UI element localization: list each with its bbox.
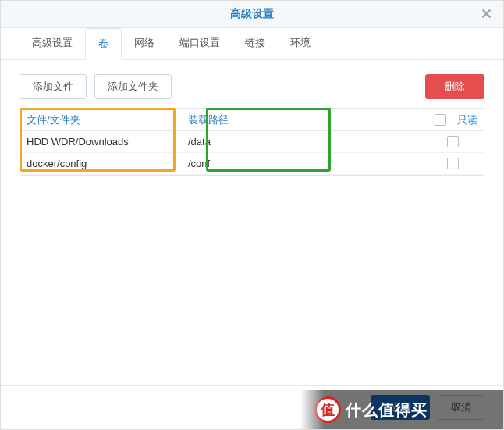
tab-network[interactable]: 网络 <box>122 28 167 60</box>
cell-readonly <box>421 155 484 172</box>
cell-mount: /data <box>182 133 312 151</box>
tab-env[interactable]: 环境 <box>278 28 323 60</box>
tab-volume[interactable]: 卷 <box>85 28 122 60</box>
tab-label: 网络 <box>134 37 154 48</box>
volume-table: 文件/文件夹 装载路径 只读 HDD WDR/Downloads /data <box>20 108 484 176</box>
cell-mount: /conf <box>182 155 312 172</box>
readonly-checkbox[interactable] <box>447 158 459 169</box>
col-mount-path[interactable]: 装载路径 <box>182 110 312 130</box>
tab-label: 端口设置 <box>179 37 220 48</box>
button-label: 取消 <box>451 401 471 413</box>
toolbar: 添加文件 添加文件夹 删除 <box>20 74 484 99</box>
dialog-footer: 应用 取消 值 什么值得买 <box>1 385 503 429</box>
button-label: 添加文件夹 <box>108 80 158 92</box>
add-file-button[interactable]: 添加文件 <box>20 74 87 99</box>
table-row[interactable]: HDD WDR/Downloads /data <box>20 131 484 153</box>
button-label: 应用 <box>390 401 410 413</box>
readonly-header-checkbox[interactable] <box>435 114 446 126</box>
button-label: 删除 <box>445 80 465 92</box>
button-label: 添加文件 <box>33 80 73 92</box>
toolbar-left: 添加文件 添加文件夹 <box>20 74 172 99</box>
toolbar-right: 删除 <box>425 74 484 99</box>
tab-label: 链接 <box>245 37 265 48</box>
titlebar: 高级设置 ✕ <box>1 1 503 28</box>
table-row[interactable]: docker/config /conf <box>20 153 484 175</box>
delete-button[interactable]: 删除 <box>425 74 484 99</box>
dialog-title: 高级设置 <box>230 7 274 20</box>
watermark-logo-icon: 值 <box>314 396 341 423</box>
tab-label: 卷 <box>98 37 108 49</box>
add-folder-button[interactable]: 添加文件夹 <box>94 74 172 99</box>
table-header: 文件/文件夹 装载路径 只读 <box>20 109 484 131</box>
close-button[interactable]: ✕ <box>477 5 495 23</box>
tab-advanced[interactable]: 高级设置 <box>20 28 85 60</box>
readonly-checkbox[interactable] <box>447 136 459 147</box>
cell-path: docker/config <box>20 155 182 172</box>
col-spacer <box>312 117 421 123</box>
close-icon: ✕ <box>481 5 492 23</box>
apply-button[interactable]: 应用 <box>371 395 430 420</box>
content-area: 添加文件 添加文件夹 删除 文件/文件夹 装载路径 只读 <box>1 60 503 385</box>
col-readonly-label: 只读 <box>457 113 477 127</box>
table-body: HDD WDR/Downloads /data docker/config /c… <box>20 131 484 175</box>
cell-spacer <box>312 139 421 145</box>
advanced-settings-dialog: 高级设置 ✕ 高级设置 卷 网络 端口设置 链接 环境 添加文件 添加文件夹 删… <box>0 0 504 430</box>
cell-spacer <box>312 161 421 167</box>
cell-path: HDD WDR/Downloads <box>20 133 182 151</box>
tab-bar: 高级设置 卷 网络 端口设置 链接 环境 <box>1 28 503 60</box>
col-readonly: 只读 <box>421 110 484 130</box>
tab-label: 环境 <box>290 37 311 48</box>
tab-label: 高级设置 <box>32 37 73 48</box>
cancel-button[interactable]: 取消 <box>438 395 484 420</box>
tab-port[interactable]: 端口设置 <box>167 28 232 60</box>
tab-link[interactable]: 链接 <box>232 28 278 60</box>
col-file-folder[interactable]: 文件/文件夹 <box>20 110 182 130</box>
cell-readonly <box>421 133 484 151</box>
